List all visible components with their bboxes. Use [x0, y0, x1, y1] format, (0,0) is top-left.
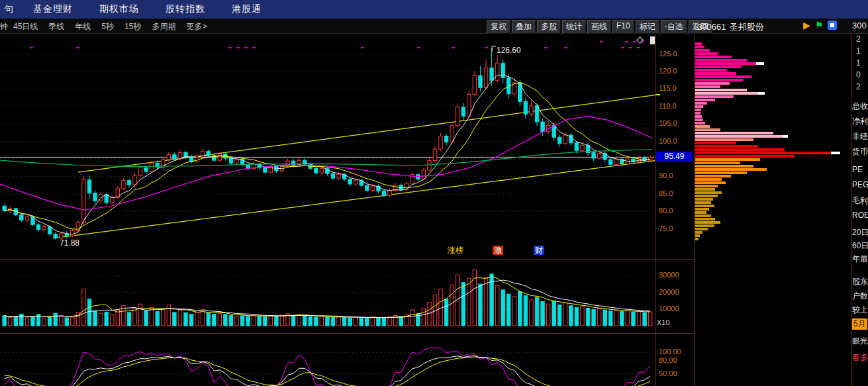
profile-bar	[695, 56, 732, 58]
toolbar: 钟 45日线季线年线5秒15秒多周期更多> 复权叠加多股统计画线F10标记-自选…	[0, 19, 868, 34]
volume-profile-canvas[interactable]	[695, 0, 851, 386]
candle-body	[433, 149, 436, 160]
action-button-3[interactable]: 多股	[537, 20, 561, 34]
candle-body	[365, 185, 369, 190]
period-mark	[236, 47, 240, 48]
candle-body	[484, 68, 487, 88]
profile-bar	[695, 105, 703, 108]
profile-bar	[695, 224, 714, 227]
price-axis-label: 110.0	[659, 102, 677, 110]
kdj-d-line	[5, 357, 650, 386]
candle-body	[184, 152, 187, 156]
symbol-code: 300661	[697, 22, 726, 32]
chart-button-涨榜[interactable]: 涨榜	[448, 246, 463, 255]
flag-icon[interactable]: ⚑	[815, 20, 824, 30]
period-button-2[interactable]: 季线	[48, 21, 64, 32]
volume-bar	[224, 314, 227, 326]
candle-body	[450, 126, 454, 142]
period-button-5[interactable]: 15秒	[124, 21, 141, 32]
action-button-1[interactable]: 复权	[487, 20, 510, 34]
info-label-20日: 20日	[852, 227, 868, 238]
info-label-货币: 货币	[852, 146, 868, 158]
candle-body	[444, 136, 448, 142]
chart-button-财[interactable]: 财	[534, 246, 544, 255]
menu-item-1[interactable]: 基金理财	[33, 3, 73, 15]
action-button-2[interactable]: 叠加	[512, 20, 536, 34]
toolbar-fragment[interactable]: 钟	[0, 21, 8, 32]
volume-bar	[213, 314, 216, 326]
candle-body	[150, 163, 153, 171]
chart-button-激[interactable]: 激	[493, 246, 503, 255]
volume-bar	[14, 316, 17, 326]
action-button-4[interactable]: 统计	[562, 20, 586, 34]
profile-bar	[695, 234, 700, 237]
price-axis-label: 100.0	[659, 137, 677, 145]
info-link-看多[interactable]: 看多	[852, 352, 868, 363]
quote-digit: 2	[856, 34, 861, 44]
action-button-5[interactable]: 画线	[587, 20, 611, 34]
quote-digit: 1	[856, 46, 861, 56]
alert-icon[interactable]: ▶	[803, 20, 810, 30]
volume-bar	[178, 310, 181, 326]
volume-bar	[133, 309, 136, 326]
volume-bar	[479, 284, 482, 326]
candle-body	[354, 180, 357, 184]
period-mark	[544, 47, 548, 48]
period-button-4[interactable]: 5秒	[101, 21, 114, 32]
candle-body	[229, 158, 232, 163]
volume-bar	[303, 316, 306, 326]
panel-icon[interactable]	[828, 21, 837, 30]
profile-bar-tip	[758, 92, 765, 95]
info-label-非经: 非经	[852, 131, 868, 142]
volume-bar	[371, 317, 374, 326]
info-label-净利: 净利	[852, 116, 868, 127]
action-buttons: 复权叠加多股统计画线F10标记-自选返回	[487, 20, 714, 34]
main-menu: 基金理财期权市场股转指数港股通	[33, 3, 288, 15]
volume-bar	[575, 307, 578, 326]
period-button-7[interactable]: 更多>	[186, 21, 207, 32]
info-link-眼光[interactable]: 眼光	[852, 336, 868, 347]
period-button-3[interactable]: 年线	[75, 21, 91, 32]
action-button-8[interactable]: -自选	[661, 20, 687, 34]
volume-bar	[252, 315, 255, 326]
candle-body	[320, 169, 323, 173]
volume-bar	[581, 306, 584, 326]
volume-bar	[422, 309, 425, 326]
profile-bar	[695, 152, 831, 154]
menu-item-3[interactable]: 股转指数	[166, 3, 205, 15]
volume-bar	[614, 311, 618, 326]
candle-body	[42, 226, 46, 229]
action-button-6[interactable]: F10	[612, 20, 634, 34]
candle-body	[490, 68, 493, 80]
profile-bar	[695, 162, 740, 164]
volume-bar	[552, 301, 555, 326]
profile-bar	[695, 155, 795, 158]
candle-body	[563, 135, 567, 144]
menu-item-2[interactable]: 期权市场	[99, 3, 139, 15]
period-mark	[361, 47, 364, 48]
menu-item-4[interactable]: 港股通	[232, 3, 262, 15]
volume-bar	[609, 311, 612, 326]
menu-item-fragment[interactable]: 句	[4, 3, 13, 15]
profile-bar	[695, 69, 727, 72]
quote-digit: 2	[856, 82, 861, 91]
info-date-tab[interactable]: 5月	[852, 318, 867, 330]
oscillator-axis-label: 50.00	[659, 369, 677, 377]
period-button-1[interactable]: 45日线	[13, 21, 38, 32]
volume-bar	[382, 318, 385, 326]
separator-profile-info	[851, 19, 851, 386]
profile-bar	[695, 201, 711, 204]
volume-bar	[60, 316, 63, 326]
period-button-6[interactable]: 多周期	[152, 21, 175, 32]
price-axis-label: 105.0	[659, 119, 677, 127]
price-chart-canvas[interactable]: 126.6071.88	[0, 0, 655, 386]
profile-bar-tip	[756, 62, 764, 65]
volume-bar	[156, 312, 159, 326]
profile-bar	[695, 148, 785, 151]
price-axis-label: 85.0	[659, 189, 673, 197]
action-button-7[interactable]: 标记	[636, 20, 659, 34]
volume-bar	[546, 304, 550, 326]
candle-body	[581, 145, 584, 150]
separator-main-volume	[0, 259, 694, 260]
candle-body	[82, 180, 85, 222]
